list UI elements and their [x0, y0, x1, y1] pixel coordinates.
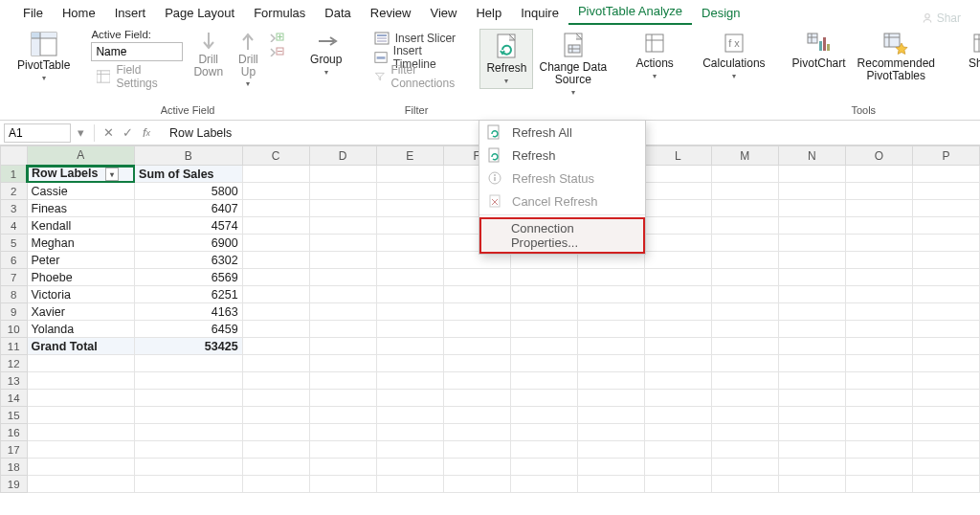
cancel-refresh-menuitem[interactable]: Cancel Refresh: [479, 190, 645, 213]
tab-review[interactable]: Review: [361, 2, 421, 25]
tab-formulas[interactable]: Formulas: [244, 2, 315, 25]
cell-B6[interactable]: 6302: [135, 252, 243, 269]
cell-A9[interactable]: Xavier: [27, 303, 135, 321]
row-header-16[interactable]: 16: [1, 424, 28, 441]
row-header-1[interactable]: 1: [1, 166, 28, 183]
col-header-B[interactable]: B: [135, 146, 243, 166]
cell-B1[interactable]: Sum of Sales: [135, 166, 243, 183]
row-header-19[interactable]: 19: [1, 476, 28, 493]
show-button[interactable]: Show ▾: [956, 29, 980, 83]
accept-icon[interactable]: ✓: [118, 123, 137, 143]
cell-A11[interactable]: Grand Total: [27, 338, 135, 355]
drill-down-label: Drill Down: [193, 54, 223, 78]
select-all-corner[interactable]: [1, 146, 28, 166]
pivotchart-button[interactable]: PivotChart: [787, 29, 852, 84]
tab-data[interactable]: Data: [315, 2, 360, 25]
cell-A5[interactable]: Meghan: [27, 235, 135, 252]
tab-bar: File Home Insert Page Layout Formulas Da…: [0, 0, 980, 25]
row-header-12[interactable]: 12: [1, 355, 28, 372]
row-header-7[interactable]: 7: [1, 269, 28, 286]
connection-properties-menuitem[interactable]: Connection Properties...: [479, 217, 645, 254]
share-button[interactable]: Shar: [922, 11, 967, 25]
row-header-9[interactable]: 9: [1, 303, 28, 321]
tab-inquire[interactable]: Inquire: [511, 2, 568, 25]
cell-B7[interactable]: 6569: [135, 269, 243, 286]
row-header-10[interactable]: 10: [1, 321, 28, 338]
col-header-P[interactable]: P: [912, 146, 979, 166]
tab-page-layout[interactable]: Page Layout: [155, 2, 244, 25]
calculations-icon: f x: [723, 32, 746, 55]
pivot-filter-icon[interactable]: ▾: [105, 168, 119, 181]
drill-down-button[interactable]: Drill Down: [189, 29, 228, 80]
cell-B10[interactable]: 6459: [135, 321, 243, 338]
row-header-13[interactable]: 13: [1, 372, 28, 390]
svg-rect-34: [808, 34, 817, 43]
cell-A4[interactable]: Kendall: [27, 217, 135, 235]
refresh-all-menuitem[interactable]: Refresh All: [479, 121, 645, 144]
svg-rect-38: [823, 37, 826, 51]
col-header-C[interactable]: C: [242, 146, 309, 166]
cell-B8[interactable]: 6251: [135, 286, 243, 303]
row-header-6[interactable]: 6: [1, 252, 28, 269]
row-header-8[interactable]: 8: [1, 286, 28, 303]
name-box[interactable]: [4, 123, 71, 143]
change-data-source-button[interactable]: Change Data Source ▾: [533, 29, 612, 100]
row-header-17[interactable]: 17: [1, 441, 28, 459]
tab-insert[interactable]: Insert: [105, 2, 156, 25]
cell-A2[interactable]: Cassie: [27, 183, 135, 200]
row-header-4[interactable]: 4: [1, 217, 28, 235]
col-header-E[interactable]: E: [376, 146, 443, 166]
tab-view[interactable]: View: [420, 2, 466, 25]
col-header-L[interactable]: L: [644, 146, 711, 166]
col-header-A[interactable]: A: [27, 146, 135, 166]
cell-A1[interactable]: Row Labels ▾: [27, 166, 135, 183]
cell-B5[interactable]: 6900: [135, 235, 243, 252]
fx-icon[interactable]: fx: [137, 123, 156, 143]
refresh-button[interactable]: Refresh ▾: [479, 29, 533, 89]
refresh-menuitem[interactable]: Refresh: [479, 144, 645, 167]
tab-home[interactable]: Home: [53, 2, 105, 25]
drill-up-button[interactable]: Drill Up ▾: [234, 29, 263, 91]
row-header-15[interactable]: 15: [1, 407, 28, 424]
refresh-status-menuitem[interactable]: Refresh Status: [479, 167, 645, 190]
col-header-D[interactable]: D: [309, 146, 376, 166]
field-settings-button[interactable]: Field Settings: [91, 67, 183, 86]
tab-pivottable-analyze[interactable]: PivotTable Analyze: [568, 0, 692, 25]
expand-field-icon[interactable]: [269, 31, 284, 42]
calculations-button[interactable]: f x Calculations ▾: [697, 29, 770, 83]
tab-design[interactable]: Design: [692, 2, 749, 25]
actions-button[interactable]: Actions ▾: [628, 29, 681, 83]
recommended-label: Recommended PivotTables: [858, 57, 935, 82]
group-button[interactable]: Group ▾: [300, 29, 353, 79]
arrow-down-icon: [201, 31, 216, 52]
tab-help[interactable]: Help: [466, 2, 511, 25]
row-header-18[interactable]: 18: [1, 459, 28, 476]
col-header-O[interactable]: O: [845, 146, 912, 166]
cell-A7[interactable]: Phoebe: [27, 269, 135, 286]
filter-connections-button[interactable]: Filter Connections: [368, 67, 465, 86]
cell-B11[interactable]: 53425: [135, 338, 243, 355]
recommended-pivottables-button[interactable]: Recommended PivotTables: [852, 29, 941, 84]
col-header-M[interactable]: M: [711, 146, 778, 166]
cell-B9[interactable]: 4163: [135, 303, 243, 321]
cell-A3[interactable]: Fineas: [27, 200, 135, 217]
row-header-5[interactable]: 5: [1, 235, 28, 252]
name-dropdown-icon[interactable]: ▾: [71, 123, 90, 143]
row-header-3[interactable]: 3: [1, 200, 28, 217]
active-field-input[interactable]: [91, 42, 183, 61]
chevron-down-icon: ▾: [571, 89, 575, 98]
pivottable-button[interactable]: PivotTable ▾: [11, 29, 76, 85]
cell-A10[interactable]: Yolanda: [27, 321, 135, 338]
cancel-icon[interactable]: ✕: [99, 123, 118, 143]
cell-B2[interactable]: 5800: [135, 183, 243, 200]
row-header-2[interactable]: 2: [1, 183, 28, 200]
col-header-N[interactable]: N: [778, 146, 845, 166]
tab-file[interactable]: File: [13, 2, 53, 25]
cell-A8[interactable]: Victoria: [27, 286, 135, 303]
cell-B3[interactable]: 6407: [135, 200, 243, 217]
row-header-14[interactable]: 14: [1, 390, 28, 407]
cell-B4[interactable]: 4574: [135, 217, 243, 235]
row-header-11[interactable]: 11: [1, 338, 28, 355]
collapse-field-icon[interactable]: [269, 45, 284, 56]
cell-A6[interactable]: Peter: [27, 252, 135, 269]
